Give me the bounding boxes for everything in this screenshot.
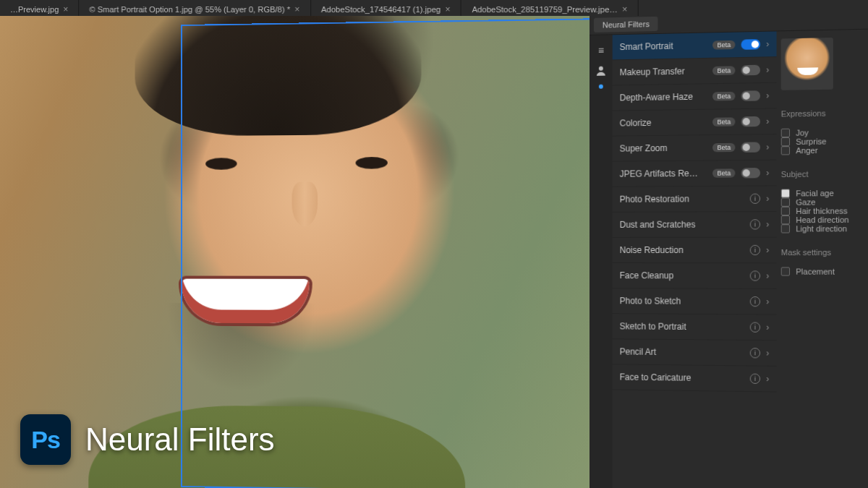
filter-row[interactable]: Dust and Scratchesi› xyxy=(613,212,777,238)
property-row[interactable]: Anger xyxy=(781,145,868,155)
tab-label: AdobeStock_174546417 (1).jpeg xyxy=(321,4,441,13)
property-label: Hair thickness xyxy=(796,206,847,215)
checkbox[interactable] xyxy=(781,215,790,224)
chevron-right-icon: › xyxy=(766,168,769,178)
property-row[interactable]: Facial age xyxy=(781,189,868,198)
tab-label: AdobeStock_285119759_Preview.jpe… xyxy=(472,4,617,13)
chevron-right-icon: › xyxy=(766,348,769,358)
property-label: Light direction xyxy=(796,224,847,233)
filter-toggle[interactable] xyxy=(741,90,761,101)
filter-row[interactable]: Smart PortraitBeta› xyxy=(613,31,777,60)
property-row[interactable]: Head direction xyxy=(781,215,868,225)
info-icon[interactable]: i xyxy=(750,194,760,204)
filter-name: Super Zoom xyxy=(620,142,707,153)
section-title: Subject xyxy=(781,169,868,179)
chevron-right-icon: › xyxy=(766,374,769,384)
property-row[interactable]: Gaze xyxy=(781,197,868,207)
chevron-right-icon: › xyxy=(766,116,769,127)
filter-row[interactable]: Photo Restorationi› xyxy=(613,186,777,213)
info-icon[interactable]: i xyxy=(750,296,760,307)
chevron-right-icon: › xyxy=(766,245,769,255)
filter-toggle[interactable] xyxy=(741,142,761,152)
beta-badge: Beta xyxy=(712,117,735,127)
close-icon[interactable]: × xyxy=(294,4,299,14)
filter-name: Makeup Transfer xyxy=(620,66,707,77)
checkbox[interactable] xyxy=(781,137,790,146)
tab-label: …Preview.jpg xyxy=(10,4,59,13)
checkbox[interactable] xyxy=(781,207,790,215)
document-tab-bar: …Preview.jpg × © Smart Portrait Option 1… xyxy=(0,0,868,16)
info-icon[interactable]: i xyxy=(750,245,760,255)
checkbox[interactable] xyxy=(781,146,790,155)
filter-row[interactable]: Makeup TransferBeta› xyxy=(613,57,777,85)
filter-name: Photo Restoration xyxy=(620,194,744,205)
checkbox[interactable] xyxy=(781,129,790,137)
face-thumbnail[interactable] xyxy=(781,38,833,90)
chevron-right-icon: › xyxy=(766,64,769,74)
filter-row[interactable]: Noise Reductioni› xyxy=(613,238,777,264)
property-label: Anger xyxy=(796,146,817,155)
filter-toggle[interactable] xyxy=(741,39,761,50)
filter-name: Sketch to Portrait xyxy=(620,321,744,332)
property-label: Joy xyxy=(796,128,809,137)
chevron-right-icon: › xyxy=(766,296,769,307)
filter-toggle[interactable] xyxy=(741,168,761,178)
chevron-right-icon: › xyxy=(766,194,769,204)
branding-overlay: Ps Neural Filters xyxy=(20,414,275,465)
filter-row[interactable]: Depth-Aware HazeBeta› xyxy=(613,83,777,111)
section-title: Expressions xyxy=(781,108,868,119)
property-label: Gaze xyxy=(796,197,815,206)
chevron-right-icon: › xyxy=(766,270,769,281)
info-icon[interactable]: i xyxy=(750,219,760,229)
panel-title[interactable]: Neural Filters xyxy=(594,17,658,33)
section-title: Mask settings xyxy=(781,248,868,257)
filter-name: Smart Portrait xyxy=(620,40,707,53)
filter-row[interactable]: JPEG Artifacts Re…Beta› xyxy=(613,160,777,187)
chevron-right-icon: › xyxy=(766,90,769,100)
filter-toggle[interactable] xyxy=(741,116,761,127)
document-tab[interactable]: AdobeStock_285119759_Preview.jpe… × xyxy=(461,0,639,16)
property-row[interactable]: Light direction xyxy=(781,224,868,234)
filter-name: Pencil Art xyxy=(620,346,744,358)
document-tab[interactable]: AdobeStock_174546417 (1).jpeg × xyxy=(311,0,461,16)
close-icon[interactable]: × xyxy=(445,4,450,14)
property-row[interactable]: Placement xyxy=(781,267,868,276)
document-tab[interactable]: © Smart Portrait Option 1.jpg @ 55% (Lay… xyxy=(79,0,310,16)
close-icon[interactable]: × xyxy=(63,4,68,14)
checkbox[interactable] xyxy=(781,224,790,233)
filter-row[interactable]: Face to Caricaturei› xyxy=(613,364,777,392)
property-label: Surprise xyxy=(796,137,826,146)
checkbox[interactable] xyxy=(781,189,790,197)
filter-row[interactable]: Super ZoomBeta› xyxy=(613,134,777,162)
filter-name: Noise Reduction xyxy=(620,245,744,255)
filter-row[interactable]: Sketch to Portraiti› xyxy=(613,314,777,341)
beta-badge: Beta xyxy=(712,168,735,177)
chevron-right-icon: › xyxy=(766,219,769,229)
property-label: Placement xyxy=(796,267,835,275)
filter-row[interactable]: Face Cleanupi› xyxy=(613,263,777,289)
document-tab[interactable]: …Preview.jpg × xyxy=(0,0,79,16)
neural-filters-panel: Neural Filters ≡ Smart PortraitBeta›Make… xyxy=(590,9,868,488)
beta-badge: Beta xyxy=(712,66,735,75)
list-icon[interactable]: ≡ xyxy=(595,43,608,56)
filter-toggle[interactable] xyxy=(741,65,761,76)
person-icon[interactable] xyxy=(595,64,608,77)
checkbox[interactable] xyxy=(781,198,790,207)
filter-row[interactable]: Photo to Sketchi› xyxy=(613,288,777,314)
property-label: Facial age xyxy=(796,189,833,198)
filter-row[interactable]: ColorizeBeta› xyxy=(613,108,777,136)
info-icon[interactable]: i xyxy=(750,348,760,358)
filter-row[interactable]: Pencil Arti› xyxy=(613,339,777,367)
info-icon[interactable]: i xyxy=(750,374,760,384)
overlay-title: Neural Filters xyxy=(85,421,275,458)
beta-badge: Beta xyxy=(712,40,735,50)
info-icon[interactable]: i xyxy=(750,270,760,281)
filter-properties: Expressions JoySurpriseAnger Subject Fac… xyxy=(777,29,868,488)
beta-badge: Beta xyxy=(712,143,735,152)
property-row[interactable]: Hair thickness xyxy=(781,206,868,215)
close-icon[interactable]: × xyxy=(622,4,627,14)
info-icon[interactable]: i xyxy=(750,322,760,333)
checkbox[interactable] xyxy=(781,267,790,275)
active-dot-icon xyxy=(599,85,603,89)
beta-badge: Beta xyxy=(712,92,735,101)
